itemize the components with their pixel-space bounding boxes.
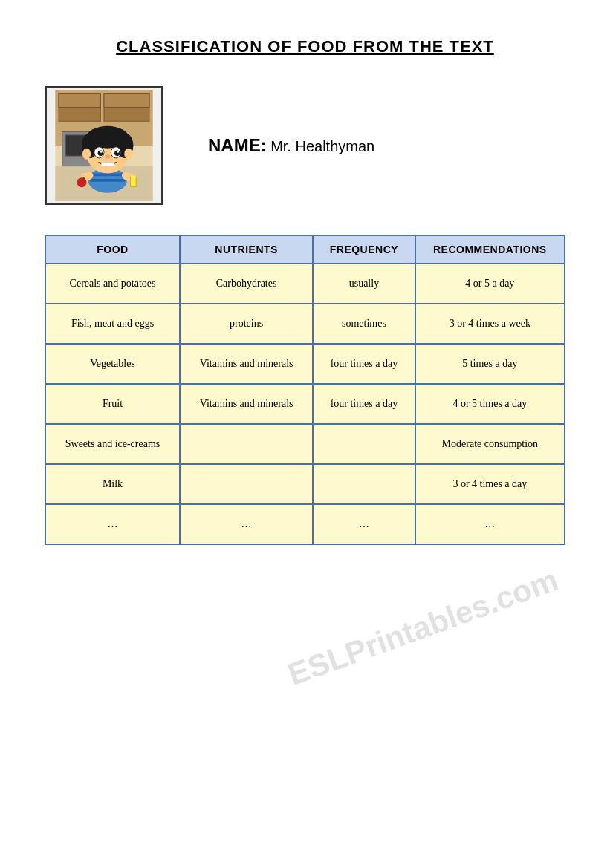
svg-rect-15 [83, 177, 85, 180]
cell-recommendations: 3 or 4 times a week [415, 304, 565, 344]
svg-rect-10 [90, 174, 125, 177]
svg-rect-5 [104, 94, 149, 108]
table-row: ………… [45, 504, 565, 544]
cell-frequency: sometimes [313, 304, 415, 344]
table-header-row: FOOD NUTRIENTS FREQUENCY RECOMMENDATIONS [45, 235, 565, 264]
svg-point-32 [124, 149, 132, 160]
cell-nutrients: Vitamins and minerals [180, 344, 313, 384]
table-row: Fish, meat and eggsproteinssometimes3 or… [45, 304, 565, 344]
cell-food: Sweets and ice-creams [45, 424, 180, 464]
cell-frequency: four times a day [313, 344, 415, 384]
cell-frequency [313, 424, 415, 464]
svg-point-14 [77, 177, 86, 187]
svg-rect-16 [131, 177, 137, 186]
cell-frequency: … [313, 504, 415, 544]
table-row: Sweets and ice-creamsModerate consumptio… [45, 424, 565, 464]
cell-recommendations: 4 or 5 times a day [415, 384, 565, 424]
watermark: ESLPrintables.com [284, 562, 563, 693]
cell-food: Vegetables [45, 344, 180, 384]
cell-food: Cereals and potatoes [45, 264, 180, 304]
cell-food: Fish, meat and eggs [45, 304, 180, 344]
cell-recommendations: … [415, 504, 565, 544]
cell-nutrients: proteins [180, 304, 313, 344]
cell-nutrients: … [180, 504, 313, 544]
cell-recommendations: 3 or 4 times a day [415, 464, 565, 504]
cell-recommendations: 4 or 5 a day [415, 264, 565, 304]
col-header-recommendations: RECOMMENDATIONS [415, 235, 565, 264]
cell-recommendations: Moderate consumption [415, 424, 565, 464]
name-section: NAME: Mr. Healthyman [208, 135, 374, 156]
cell-frequency: usually [313, 264, 415, 304]
cell-frequency: four times a day [313, 384, 415, 424]
cell-food: Milk [45, 464, 180, 504]
character-image [45, 86, 163, 205]
cell-nutrients [180, 424, 313, 464]
header-section: NAME: Mr. Healthyman [45, 86, 565, 205]
cell-food: Fruit [45, 384, 180, 424]
table-row: Cereals and potatoesCarbohydratesusually… [45, 264, 565, 304]
page-title: CLASSIFICATION OF FOOD FROM THE TEXT [45, 37, 565, 56]
col-header-nutrients: NUTRIENTS [180, 235, 313, 264]
svg-point-27 [100, 151, 103, 153]
food-table: FOOD NUTRIENTS FREQUENCY RECOMMENDATIONS… [45, 235, 565, 545]
cell-frequency [313, 464, 415, 504]
table-row: FruitVitamins and mineralsfour times a d… [45, 384, 565, 424]
cell-nutrients: Carbohydrates [180, 264, 313, 304]
cell-recommendations: 5 times a day [415, 344, 565, 384]
table-row: Milk3 or 4 times a day [45, 464, 565, 504]
svg-rect-11 [90, 179, 125, 182]
svg-point-28 [117, 151, 119, 153]
cell-nutrients: Vitamins and minerals [180, 384, 313, 424]
cell-food: … [45, 504, 180, 544]
svg-point-29 [105, 154, 111, 159]
name-label: NAME: [208, 135, 267, 155]
svg-point-31 [82, 149, 91, 160]
name-value: Mr. Healthyman [270, 138, 374, 154]
svg-point-17 [131, 175, 137, 178]
table-row: VegetablesVitamins and mineralsfour time… [45, 344, 565, 384]
svg-rect-4 [59, 94, 100, 108]
col-header-food: FOOD [45, 235, 180, 264]
cell-nutrients [180, 464, 313, 504]
svg-rect-30 [101, 163, 114, 166]
col-header-frequency: FREQUENCY [313, 235, 415, 264]
